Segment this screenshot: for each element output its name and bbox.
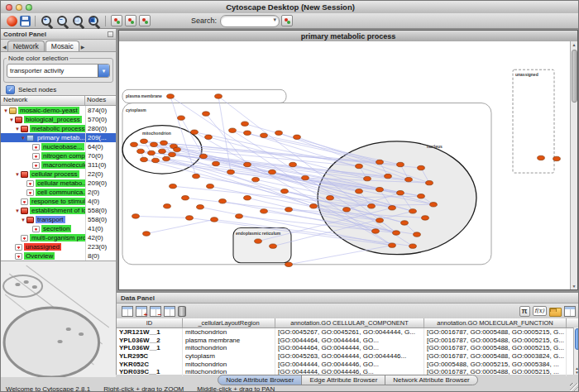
tree-item-primary-metab[interactable]: ▼primary metab...209(...	[1, 133, 116, 142]
network-node[interactable]	[244, 196, 251, 200]
network-node[interactable]	[275, 131, 283, 135]
scrollbar-thumb[interactable]	[572, 50, 577, 103]
scroll-up-icon[interactable]: ▲	[572, 41, 577, 48]
network-node[interactable]	[285, 262, 293, 266]
network-node[interactable]	[294, 135, 301, 139]
tree-item-overview[interactable]: Overview8(0)	[1, 251, 116, 261]
network-node[interactable]	[164, 204, 171, 208]
network-node[interactable]	[310, 204, 318, 208]
network-node[interactable]	[343, 208, 351, 212]
network-node[interactable]	[193, 174, 200, 178]
zoom-selected-icon[interactable]: □	[72, 15, 85, 27]
network-node[interactable]	[132, 214, 140, 218]
tree-item-transport[interactable]: ▼transport558(0)	[1, 215, 116, 224]
network-node[interactable]	[389, 206, 396, 210]
network-node[interactable]	[227, 170, 235, 174]
network-node[interactable]	[376, 160, 384, 164]
tree-item-mosaic-demo-yeast[interactable]: ▼mosaic-demo-yeast874(0)	[1, 106, 116, 115]
network-node[interactable]	[409, 209, 417, 213]
tab-scroll-right-icon[interactable]: ▶	[80, 44, 86, 51]
tree-item-cell-communica[interactable]: cell communica...2(0)	[1, 188, 116, 197]
search-input[interactable]: ▾	[220, 15, 280, 27]
network-node[interactable]	[405, 177, 413, 181]
attribute-settings-icon[interactable]	[564, 306, 576, 317]
network-node[interactable]	[285, 208, 293, 212]
scroll-down-icon[interactable]: ▼	[572, 283, 577, 289]
table-row[interactable]: YLR295Ccytoplasm[GO:0045263, GO:0044444,…	[117, 352, 579, 361]
network-node[interactable]	[281, 189, 289, 193]
network-node[interactable]	[213, 161, 220, 165]
network-canvas[interactable]: plasma membranecytoplasmmitochondrionnuc…	[119, 41, 570, 289]
network-edge[interactable]	[146, 219, 214, 233]
tree-expand-icon[interactable]: ▼	[20, 136, 26, 141]
tree-item-macromolecule[interactable]: macromolecule...311(0)	[1, 160, 116, 170]
network-node[interactable]	[219, 199, 227, 203]
tab-mosaic[interactable]: Mosaic	[45, 41, 79, 51]
network-node[interactable]	[364, 176, 371, 180]
network-node[interactable]	[143, 232, 151, 236]
table-row[interactable]: YJR121W__1mitochondrion[GO:0045267, GO:0…	[117, 328, 579, 337]
network-node[interactable]	[152, 158, 160, 162]
network-node[interactable]	[430, 203, 438, 207]
table-scrollbar-thumb[interactable]	[575, 328, 579, 350]
network-node[interactable]	[236, 214, 243, 218]
network-node[interactable]	[244, 131, 251, 135]
network-node[interactable]	[302, 175, 309, 179]
birds-eye-view-canvas[interactable]	[1, 261, 116, 377]
network-node[interactable]	[397, 191, 404, 195]
zoom-fit-icon[interactable]: ▣	[88, 15, 101, 27]
tree-item-biological-process[interactable]: ▼biological_process570(0)	[1, 115, 116, 124]
tree-item-establishment-of-lo[interactable]: ▼establishment of lo...558(0)	[1, 206, 116, 215]
tree-expand-icon[interactable]: ▼	[14, 172, 21, 177]
tree-item-response-to-stimul[interactable]: response to stimul...4(0)	[1, 197, 116, 206]
pi-formula-icon[interactable]: π	[519, 306, 530, 317]
column-header-annotation-go-molecular-function[interactable]: annotation.GO MOLECULAR_FUNCTION	[424, 318, 567, 327]
network-node[interactable]	[368, 204, 376, 208]
close-window-button[interactable]	[6, 4, 12, 11]
create-attribute-icon[interactable]: +	[136, 306, 147, 317]
zoom-window-button[interactable]	[26, 4, 32, 11]
network-node[interactable]	[372, 229, 380, 233]
network-node[interactable]	[159, 149, 166, 153]
tree-expand-icon[interactable]: ▼	[20, 218, 26, 222]
select-nodes-option[interactable]: ✓ Select nodes	[1, 84, 116, 95]
network-node[interactable]	[261, 133, 268, 137]
network-node[interactable]	[255, 239, 262, 243]
network-node[interactable]	[261, 209, 268, 213]
resize-grip[interactable]	[570, 383, 579, 392]
network-node[interactable]	[148, 151, 156, 155]
network-node[interactable]	[269, 170, 276, 174]
network-node[interactable]	[418, 194, 425, 198]
column-header-annotation-go-cellular-component[interactable]: annotation.GO CELLULAR_COMPONENT	[275, 318, 424, 327]
tree-item-unassigned[interactable]: unassigned223(0)	[1, 242, 116, 251]
network-node[interactable]	[426, 180, 433, 184]
save-session-icon[interactable]	[20, 16, 31, 26]
tree-expand-icon[interactable]: ▼	[14, 208, 21, 213]
network-node[interactable]	[191, 130, 199, 134]
network-node[interactable]	[178, 116, 185, 120]
network-node[interactable]	[200, 154, 208, 158]
search-dropdown-icon[interactable]: ▾	[274, 17, 277, 23]
tree-item-nucleobase[interactable]: nucleobase...64(0)	[1, 142, 116, 151]
network-node[interactable]	[167, 94, 175, 98]
network-node[interactable]	[252, 177, 260, 181]
function-builder-icon[interactable]: f(x)	[533, 306, 547, 316]
create-network-icon[interactable]	[111, 15, 122, 26]
network-node[interactable]	[244, 162, 251, 166]
network-node[interactable]	[356, 189, 363, 193]
network-vertical-scrollbar[interactable]: ▲ ▼	[570, 41, 577, 289]
column-header-cellularlayoutregion[interactable]: _cellularLayoutRegion	[183, 318, 275, 327]
network-node[interactable]	[137, 149, 145, 153]
network-node[interactable]	[186, 216, 194, 220]
network-node[interactable]	[389, 243, 396, 247]
network-node[interactable]	[205, 135, 213, 139]
table-scrollbar[interactable]: ▲▼	[573, 327, 579, 375]
network-edge[interactable]	[136, 216, 189, 218]
network-node[interactable]	[290, 162, 297, 166]
tree-expand-icon[interactable]: ▼	[8, 117, 15, 122]
table-scroll-arrows[interactable]: ▲▼	[574, 366, 579, 375]
table-row[interactable]: YPL036W__2plasma membrane[GO:0044464, GO…	[117, 337, 579, 345]
network-node[interactable]	[174, 147, 181, 151]
network-node[interactable]	[207, 184, 214, 188]
network-node[interactable]	[397, 162, 404, 166]
